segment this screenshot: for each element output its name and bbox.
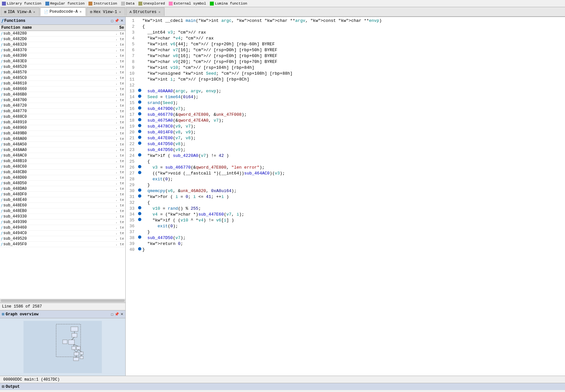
function-list-item[interactable]: 𝑓sub_448910. te (0, 120, 125, 125)
function-list-item[interactable]: 𝑓sub_448A50. te (0, 142, 125, 147)
line-dot[interactable] (137, 247, 142, 250)
line-code-text: } (142, 183, 565, 188)
code-area: 1"kw">int __cdecl main("kw">int argc, "k… (126, 17, 565, 376)
tab-pseudocode-label: Pseudocode-A (50, 9, 78, 14)
function-list-item[interactable]: 𝑓sub_448610. te (0, 81, 125, 86)
function-item-seg: . te (111, 209, 124, 213)
code-line: 24 "kw">if ( sub_4220A0(v7) != 42 ) (126, 153, 565, 159)
function-list-item[interactable]: 𝑓sub_448720. te (0, 103, 125, 109)
function-list-item[interactable]: 𝑓sub_448AA0. te (0, 147, 125, 153)
function-icon: 𝑓 (1, 131, 2, 135)
function-list-item[interactable]: 𝑓sub_449330. te (0, 214, 125, 219)
function-list-item[interactable]: 𝑓sub_448E60. te (0, 203, 125, 208)
function-list-item[interactable]: 𝑓sub_448AC0. te (0, 153, 125, 158)
line-dot[interactable] (137, 194, 142, 198)
code-content[interactable]: 1"kw">int __cdecl main("kw">int argc, "k… (126, 17, 565, 376)
line-number: 22 (126, 142, 137, 146)
code-line: 32 { (126, 200, 565, 206)
line-dot[interactable] (137, 153, 142, 157)
line-dot[interactable] (137, 106, 142, 110)
function-list-item[interactable]: 𝑓sub_448DF0. te (0, 192, 125, 197)
function-list-item[interactable]: 𝑓sub_4482D0. te (0, 37, 125, 42)
code-line: 8 "kw">char v9[20]; "cm">// [rsp+F0h] [r… (126, 59, 565, 65)
function-list-item[interactable]: 𝑓sub_4483E0. te (0, 59, 125, 64)
function-list-item[interactable]: 𝑓sub_448660. te (0, 86, 125, 92)
function-list-item[interactable]: 𝑓sub_448770. te (0, 109, 125, 114)
line-dot[interactable] (137, 118, 142, 121)
function-list-item[interactable]: 𝑓sub_4494C0. te (0, 231, 125, 236)
function-list-item[interactable]: 𝑓sub_448960. te (0, 125, 125, 131)
tab-ida-view-close[interactable]: ✕ (33, 10, 36, 14)
line-number: 25 (126, 159, 137, 164)
function-list-item[interactable]: 𝑓sub_448700. te (0, 98, 125, 103)
tab-hex-view-close[interactable]: ✕ (118, 10, 122, 14)
function-list-item[interactable]: 𝑓sub_448C60. te (0, 164, 125, 170)
function-list-item[interactable]: 𝑓sub_448CB0. te (0, 170, 125, 175)
line-dot[interactable] (137, 165, 142, 168)
graph-close-btn[interactable]: ✕ (120, 312, 123, 316)
function-icon: 𝑓 (1, 242, 2, 246)
function-item-name: sub_4488C0 (3, 114, 111, 119)
function-list-item[interactable]: 𝑓sub_448370. te (0, 48, 125, 53)
function-list-item[interactable]: 𝑓sub_4485C0. te (0, 75, 125, 81)
function-list-item[interactable]: 𝑓sub_4488C0. te (0, 114, 125, 120)
line-number: 2 (126, 24, 137, 29)
function-list-item[interactable]: 𝑓sub_448E40. te (0, 197, 125, 203)
line-dot[interactable] (137, 171, 142, 174)
functions-list[interactable]: 𝑓sub_448280. te𝑓sub_4482D0. te𝑓sub_44832… (0, 31, 125, 299)
line-dot[interactable] (137, 235, 142, 239)
tab-pseudocode-close[interactable]: ✕ (79, 10, 82, 14)
line-dot[interactable] (137, 212, 142, 215)
line-dot[interactable] (137, 136, 142, 139)
functions-pin-btn[interactable]: 📌 (115, 19, 119, 23)
function-list-item[interactable]: 𝑓sub_448520. te (0, 64, 125, 70)
function-list-item[interactable]: 𝑓sub_448390. te (0, 53, 125, 59)
graph-pin-btn[interactable]: 📌 (115, 312, 119, 316)
line-dot[interactable] (137, 142, 142, 145)
function-icon: 𝑓 (1, 93, 2, 97)
function-list-item[interactable]: 𝑓sub_449390. te (0, 219, 125, 225)
function-list-item[interactable]: 𝑓sub_449520. te (0, 236, 125, 242)
function-list-item[interactable]: 𝑓sub_448D50. te (0, 181, 125, 186)
line-dot[interactable] (137, 112, 142, 115)
functions-close-btn[interactable]: ✕ (120, 19, 123, 23)
function-icon: 𝑓 (1, 104, 2, 108)
line-info: Line 1586 of 2587 (0, 303, 125, 310)
function-list-item[interactable]: 𝑓sub_448320. te (0, 42, 125, 48)
function-icon: 𝑓 (1, 59, 2, 63)
function-list-item[interactable]: 𝑓sub_448A00. te (0, 136, 125, 142)
tab-ida-view[interactable]: ⊞ IDA View-A ✕ (1, 8, 39, 16)
function-list-item[interactable]: 𝑓sub_448B10. te (0, 158, 125, 164)
tab-structures[interactable]: A Structures ✕ (126, 8, 165, 16)
function-list-item[interactable]: 𝑓sub_449460. te (0, 225, 125, 231)
function-list-item[interactable]: 𝑓sub_4486B0. te (0, 92, 125, 98)
graph-restore-btn[interactable]: □ (111, 312, 113, 316)
line-dot[interactable] (137, 218, 142, 221)
function-list-item[interactable]: 𝑓sub_4489B0. te (0, 131, 125, 136)
function-icon: 𝑓 (1, 143, 2, 146)
tab-hex-view[interactable]: ⊟ Hex View-1 ✕ (86, 8, 125, 16)
tab-structures-close[interactable]: ✕ (158, 10, 161, 14)
function-list-item[interactable]: 𝑓sub_448EB0. te (0, 208, 125, 214)
function-icon: 𝑓 (1, 204, 2, 207)
line-dot[interactable] (137, 130, 142, 133)
line-dot[interactable] (137, 124, 142, 127)
code-line: 22 sub_447D50(v8); (126, 142, 565, 147)
functions-title-label: Functions (4, 19, 25, 23)
tab-pseudocode[interactable]: 📄 Pseudocode-A ✕ (40, 8, 86, 16)
line-dot[interactable] (137, 89, 142, 92)
line-dot[interactable] (137, 188, 142, 192)
function-list-item[interactable]: 𝑓sub_448DA0. te (0, 186, 125, 192)
functions-restore-btn[interactable]: □ (111, 19, 113, 23)
function-icon: 𝑓 (1, 48, 2, 52)
svg-rect-18 (80, 352, 83, 354)
function-list-item[interactable]: 𝑓sub_448280. te (0, 31, 125, 37)
line-dot[interactable] (137, 95, 142, 98)
line-dot[interactable] (137, 100, 142, 104)
function-list-item[interactable]: 𝑓sub_448570. te (0, 70, 125, 75)
output-bar[interactable]: ⊟ Output (0, 383, 565, 390)
function-list-item[interactable]: 𝑓sub_4495F0. te (0, 242, 125, 247)
line-dot[interactable] (137, 206, 142, 209)
sidebar-scrollbar[interactable] (0, 299, 125, 303)
function-list-item[interactable]: 𝑓sub_448D00. te (0, 175, 125, 181)
